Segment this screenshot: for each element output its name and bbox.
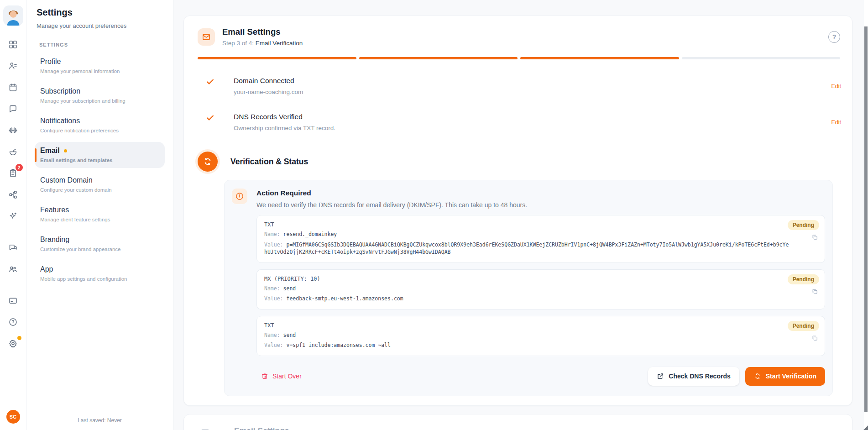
sidebar-item-desc: Manage your personal information xyxy=(40,68,159,74)
email-icon-muted xyxy=(198,426,210,430)
trash-icon xyxy=(261,372,268,380)
check-dns-records-button[interactable]: Check DNS Records xyxy=(648,367,739,386)
sidebar-item-branding[interactable]: Branding Customize your brand appearance xyxy=(35,231,165,257)
check-title: Domain Connected xyxy=(234,77,303,85)
sidebar-item-app[interactable]: App Mobile app settings and configuratio… xyxy=(35,261,165,287)
help-circle-icon[interactable]: ? xyxy=(828,31,840,43)
sidebar-item-subscription[interactable]: Subscription Manage your subscription an… xyxy=(35,83,165,109)
record-name: Name: send xyxy=(264,285,817,293)
start-verification-button[interactable]: Start Verification xyxy=(745,367,825,386)
progress-segment xyxy=(682,57,841,59)
refresh-circle-icon xyxy=(198,152,218,172)
progress-segment xyxy=(520,57,679,59)
settings-gear-icon[interactable] xyxy=(7,337,19,349)
record-value: Value: p=MIGfMA0GCSqGSIb3DQEBAQUAA4GNADC… xyxy=(264,241,817,256)
copy-icon[interactable] xyxy=(811,234,818,242)
help-icon[interactable] xyxy=(7,316,19,328)
sidebar-item-custom-domain[interactable]: Custom Domain Configure your custom doma… xyxy=(35,172,165,198)
clients-icon[interactable] xyxy=(7,60,19,72)
email-settings-card: Email Settings Step 3 of 4: Email Verifi… xyxy=(183,16,852,406)
sidebar-item-title: Features xyxy=(40,206,159,214)
alert-title: Action Required xyxy=(256,189,527,197)
sender-details-card: Email Settings Configure sender details xyxy=(183,414,852,430)
dashboard-icon[interactable] xyxy=(7,38,19,50)
nutrition-icon[interactable] xyxy=(7,146,19,157)
refresh-icon xyxy=(754,372,761,380)
edit-dns-link[interactable]: Edit xyxy=(831,119,843,126)
chat-icon[interactable] xyxy=(7,103,19,115)
dns-verified-row: DNS Records Verified Ownership confirmed… xyxy=(184,113,852,131)
sidebar-item-desc: Configure notification preferences xyxy=(40,128,159,133)
workouts-icon[interactable] xyxy=(7,124,19,136)
progress-segment xyxy=(198,57,356,59)
edit-domain-link[interactable]: Edit xyxy=(831,83,843,89)
sidebar-item-desc: Configure your custom domain xyxy=(40,187,159,193)
settings-notification-dot xyxy=(17,336,21,340)
sidebar-item-profile[interactable]: Profile Manage your personal information xyxy=(35,53,165,79)
alert-icon xyxy=(232,189,247,204)
sidebar-item-desc: Manage your subscription and billing xyxy=(40,98,159,104)
record-value: Value: v=spf1 include:amazonses.com ~all xyxy=(264,341,817,349)
account-avatar[interactable]: SC xyxy=(6,410,20,424)
tasks-icon[interactable]: 2 xyxy=(7,167,19,179)
sidebar-item-title: App xyxy=(40,265,159,273)
check-icon xyxy=(206,77,214,88)
domain-connected-row: Domain Connected your-name-coaching.com … xyxy=(184,77,852,95)
last-saved-label: Last saved: Never xyxy=(35,417,165,425)
messages-icon[interactable] xyxy=(7,241,19,253)
check-desc: your-name-coaching.com xyxy=(234,89,303,95)
sidebar-item-features[interactable]: Features Manage client feature settings xyxy=(35,201,165,227)
settings-sidebar: Settings Manage your account preferences… xyxy=(26,0,173,430)
start-over-button[interactable]: Start Over xyxy=(261,372,302,380)
scrollbar-track[interactable] xyxy=(864,0,868,430)
programs-icon[interactable] xyxy=(7,189,19,200)
sidebar-item-desc: Email settings and templates xyxy=(40,157,159,163)
record-name: Name: send xyxy=(264,331,817,339)
action-required-panel: Action Required We need to verify the DN… xyxy=(224,180,833,396)
sidebar-item-title: Custom Domain xyxy=(40,176,159,184)
next-section-title: Email Settings xyxy=(234,426,301,430)
progress-segment xyxy=(359,57,518,59)
sidebar-item-desc: Mobile app settings and configuration xyxy=(40,276,159,282)
copy-icon[interactable] xyxy=(811,288,818,297)
community-icon[interactable] xyxy=(7,263,19,275)
sidebar-item-title: Email xyxy=(40,147,159,155)
tasks-badge: 2 xyxy=(16,164,23,171)
sidebar-item-title: Subscription xyxy=(40,87,159,95)
sidebar-subtitle: Manage your account preferences xyxy=(35,22,165,29)
sidebar-item-email[interactable]: Email Email settings and templates xyxy=(35,142,165,168)
scrollbar-thumb[interactable] xyxy=(864,26,868,412)
sidebar-item-notifications[interactable]: Notifications Configure notification pre… xyxy=(35,112,165,138)
dns-record-dkim: TXT Name: resend._domainkey Value: p=MIG… xyxy=(256,215,825,263)
step-indicator: Step 3 of 4: Email Verification xyxy=(222,40,303,47)
main-content: Email Settings Step 3 of 4: Email Verifi… xyxy=(173,0,868,430)
email-icon xyxy=(198,28,215,46)
external-link-icon xyxy=(657,372,664,380)
resize-grip xyxy=(863,425,868,430)
calendar-icon[interactable] xyxy=(7,81,19,93)
page-title: Email Settings xyxy=(222,27,303,37)
record-type: MX (PRIORITY: 10) xyxy=(264,276,817,282)
record-type: TXT xyxy=(264,322,817,329)
sidebar-item-title: Notifications xyxy=(40,117,159,125)
sidebar-section-label: SETTINGS xyxy=(35,42,165,47)
check-title: DNS Records Verified xyxy=(234,113,335,121)
record-value: Value: feedback-smtp.eu-west-1.amazonses… xyxy=(264,295,817,303)
dns-record-spf: TXT Name: send Value: v=spf1 include:ama… xyxy=(256,316,825,356)
status-badge: Pending xyxy=(788,321,819,331)
dns-record-mx: MX (PRIORITY: 10) Name: send Value: feed… xyxy=(256,269,825,309)
email-status-dot xyxy=(64,149,67,152)
sidebar-item-title: Branding xyxy=(40,236,159,244)
step-progress-bar xyxy=(198,57,840,59)
check-desc: Ownership confirmed via TXT record. xyxy=(234,125,335,131)
check-icon xyxy=(206,113,214,124)
status-badge: Pending xyxy=(788,274,819,284)
sidebar-item-desc: Customize your brand appearance xyxy=(40,246,159,252)
ai-sparkles-icon[interactable] xyxy=(7,210,19,222)
billing-icon[interactable] xyxy=(7,294,19,306)
sidebar-title: Settings xyxy=(35,7,165,18)
status-badge: Pending xyxy=(788,220,819,230)
user-avatar[interactable] xyxy=(3,5,23,26)
copy-icon[interactable] xyxy=(811,335,818,343)
alert-description: We need to verify the DNS records for em… xyxy=(256,201,527,209)
